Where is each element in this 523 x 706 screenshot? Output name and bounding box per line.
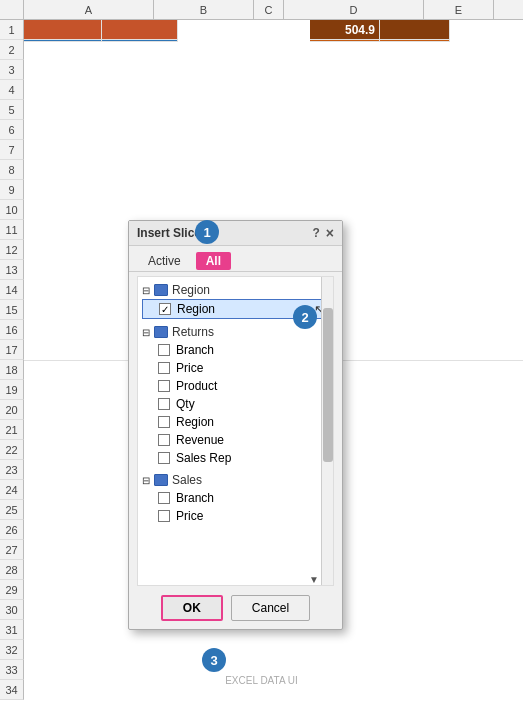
sales-price-checkbox[interactable]	[158, 510, 170, 522]
row-num-12: 12	[0, 240, 24, 260]
tab-active[interactable]: Active	[137, 250, 192, 271]
returns-price-checkbox[interactable]	[158, 362, 170, 374]
row-num-31: 31	[0, 620, 24, 640]
row-num-20: 20	[0, 400, 24, 420]
collapse-icon: ⊟	[142, 285, 150, 296]
row-num-7: 7	[0, 140, 24, 160]
slicer-item-sales-price[interactable]: Price	[142, 507, 329, 525]
slicer-item-returns-salesrep[interactable]: Sales Rep	[142, 449, 329, 467]
sales-branch-label: Branch	[176, 491, 214, 505]
returns-price-label: Price	[176, 361, 203, 375]
col-b: B	[154, 0, 254, 19]
row-num-29: 29	[0, 580, 24, 600]
returns-qty-label: Qty	[176, 397, 195, 411]
row-num-32: 32	[0, 640, 24, 660]
dialog-help-btn[interactable]: ?	[312, 226, 319, 240]
cancel-button[interactable]: Cancel	[231, 595, 310, 621]
returns-salesrep-checkbox[interactable]	[158, 452, 170, 464]
col-e: E	[424, 0, 494, 19]
row-num-13: 13	[0, 260, 24, 280]
slicer-group-sales: ⊟ Sales Branch Price	[142, 471, 329, 525]
row-num-8: 8	[0, 160, 24, 180]
slicer-item-sales-branch[interactable]: Branch	[142, 489, 329, 507]
slicer-item-returns-branch[interactable]: Branch	[142, 341, 329, 359]
row-num-3: 3	[0, 60, 24, 80]
row-num-23: 23	[0, 460, 24, 480]
row-num-11: 11	[0, 220, 24, 240]
row-num-14: 14	[0, 280, 24, 300]
row-numbers: 1 2 3 4 5 6 7 8 9 10 11 12 13 14 15 16 1…	[0, 20, 24, 700]
row-num-18: 18	[0, 360, 24, 380]
slicer-group-sales-header[interactable]: ⊟ Sales	[142, 471, 329, 489]
row-num-17: 17	[0, 340, 24, 360]
dialog-close-btn[interactable]: ×	[326, 226, 334, 240]
returns-region-label: Region	[176, 415, 214, 429]
watermark: EXCEL DATA UI	[0, 675, 523, 686]
slicer-group-returns-header[interactable]: ⊟ Returns	[142, 323, 329, 341]
sales-table-icon	[154, 474, 168, 486]
col-a: A	[24, 0, 154, 19]
scrollbar-thumb[interactable]	[323, 308, 333, 462]
dialog-tabs: Active All	[129, 246, 342, 272]
dialog-title: Insert Slicers	[137, 226, 212, 240]
insert-slicers-dialog[interactable]: Insert Slicers ? × Active All ⊟ Region ✓…	[128, 220, 343, 630]
returns-revenue-label: Revenue	[176, 433, 224, 447]
row-num-16: 16	[0, 320, 24, 340]
region-table-icon	[154, 284, 168, 296]
slicer-item-returns-price[interactable]: Price	[142, 359, 329, 377]
returns-product-checkbox[interactable]	[158, 380, 170, 392]
col-c: C	[254, 0, 284, 19]
row-num-22: 22	[0, 440, 24, 460]
corner-cell	[0, 0, 24, 19]
sales-price-label: Price	[176, 509, 203, 523]
returns-branch-label: Branch	[176, 343, 214, 357]
returns-region-checkbox[interactable]	[158, 416, 170, 428]
column-headers: A B C D E	[0, 0, 523, 20]
slicer-item-returns-qty[interactable]: Qty	[142, 395, 329, 413]
slicer-group-region-header[interactable]: ⊟ Region	[142, 281, 329, 299]
returns-qty-checkbox[interactable]	[158, 398, 170, 410]
row-num-9: 9	[0, 180, 24, 200]
returns-product-label: Product	[176, 379, 217, 393]
row-num-4: 4	[0, 80, 24, 100]
scrollbar-track[interactable]	[321, 277, 333, 585]
row-num-26: 26	[0, 520, 24, 540]
row-num-5: 5	[0, 100, 24, 120]
region-group-label: Region	[172, 283, 210, 297]
returns-revenue-checkbox[interactable]	[158, 434, 170, 446]
slicer-item-region-region[interactable]: ✓ Region ↖	[142, 299, 329, 319]
returns-group-label: Returns	[172, 325, 214, 339]
row-num-1: 1	[0, 20, 24, 40]
collapse-icon-sales: ⊟	[142, 475, 150, 486]
right-grand-total-val: 504.9	[310, 20, 380, 40]
collapse-icon-returns: ⊟	[142, 327, 150, 338]
returns-table-icon	[154, 326, 168, 338]
row-num-21: 21	[0, 420, 24, 440]
dialog-footer: OK Cancel	[129, 590, 342, 629]
returns-branch-checkbox[interactable]	[158, 344, 170, 356]
region-checkbox[interactable]: ✓	[159, 303, 171, 315]
row-num-2: 2	[0, 40, 24, 60]
dialog-body: ⊟ Region ✓ Region ↖ ⊟ Returns Branch	[137, 276, 334, 586]
row-num-10: 10	[0, 200, 24, 220]
col-d: D	[284, 0, 424, 19]
row-num-27: 27	[0, 540, 24, 560]
slicer-item-returns-product[interactable]: Product	[142, 377, 329, 395]
left-grand-total-val	[24, 20, 102, 40]
sales-branch-checkbox[interactable]	[158, 492, 170, 504]
scroll-down-arrow[interactable]: ▼	[309, 574, 319, 585]
returns-salesrep-label: Sales Rep	[176, 451, 231, 465]
row-num-24: 24	[0, 480, 24, 500]
row-num-15: 15	[0, 300, 24, 320]
ok-button[interactable]: OK	[161, 595, 223, 621]
dialog-titlebar-right: ? ×	[312, 226, 334, 240]
row-num-28: 28	[0, 560, 24, 580]
row-num-6: 6	[0, 120, 24, 140]
tab-all[interactable]: All	[196, 252, 231, 270]
row-num-30: 30	[0, 600, 24, 620]
row-num-19: 19	[0, 380, 24, 400]
slicer-item-returns-revenue[interactable]: Revenue	[142, 431, 329, 449]
dialog-titlebar: Insert Slicers ? ×	[129, 221, 342, 246]
slicer-item-returns-region[interactable]: Region	[142, 413, 329, 431]
slicer-group-region: ⊟ Region ✓ Region ↖	[142, 281, 329, 319]
